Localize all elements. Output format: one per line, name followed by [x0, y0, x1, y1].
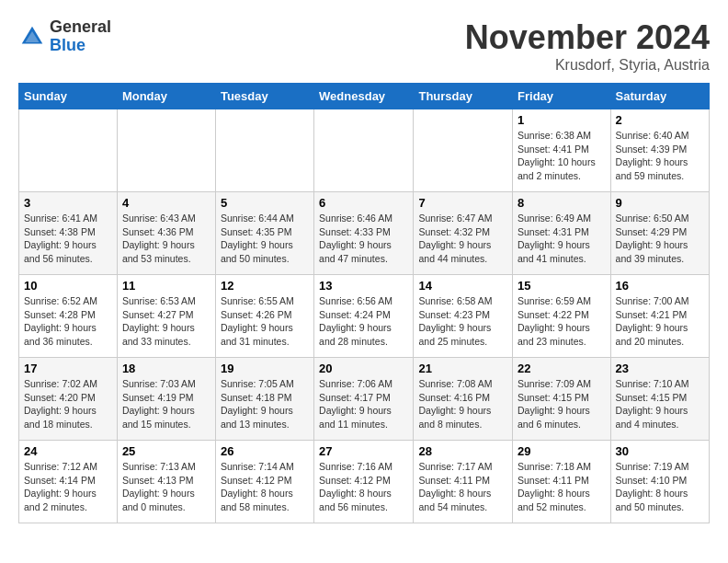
logo-blue-text: Blue: [50, 37, 111, 55]
header-day-sunday: Sunday: [19, 84, 118, 109]
day-number: 26: [221, 444, 309, 458]
day-info: Sunrise: 7:13 AM Sunset: 4:13 PM Dayligh…: [122, 460, 210, 514]
day-info: Sunrise: 6:52 AM Sunset: 4:28 PM Dayligh…: [24, 294, 112, 349]
day-info: Sunrise: 6:40 AM Sunset: 4:39 PM Dayligh…: [616, 129, 704, 183]
day-number: 14: [418, 279, 507, 293]
page-header: General Blue November 2024 Krusdorf, Sty…: [18, 18, 710, 74]
day-number: 21: [418, 362, 507, 375]
header-row: SundayMondayTuesdayWednesdayThursdayFrid…: [19, 84, 710, 109]
calendar-cell: 10Sunrise: 6:52 AM Sunset: 4:28 PM Dayli…: [19, 275, 118, 358]
calendar-cell: 13Sunrise: 6:56 AM Sunset: 4:24 PM Dayli…: [314, 275, 414, 358]
calendar-cell: [314, 109, 414, 192]
day-info: Sunrise: 6:44 AM Sunset: 4:35 PM Dayligh…: [221, 212, 309, 266]
day-info: Sunrise: 6:43 AM Sunset: 4:36 PM Dayligh…: [122, 212, 210, 266]
day-info: Sunrise: 7:18 AM Sunset: 4:11 PM Dayligh…: [518, 460, 606, 514]
calendar-header: SundayMondayTuesdayWednesdayThursdayFrid…: [19, 84, 710, 109]
calendar-cell: 18Sunrise: 7:03 AM Sunset: 4:19 PM Dayli…: [117, 358, 215, 441]
week-row-5: 24Sunrise: 7:12 AM Sunset: 4:14 PM Dayli…: [19, 441, 710, 523]
day-number: 13: [319, 279, 408, 293]
day-number: 9: [616, 196, 704, 210]
day-info: Sunrise: 6:58 AM Sunset: 4:23 PM Dayligh…: [418, 294, 507, 349]
calendar-cell: 6Sunrise: 6:46 AM Sunset: 4:33 PM Daylig…: [314, 192, 414, 275]
day-number: 4: [122, 196, 210, 210]
calendar-cell: 25Sunrise: 7:13 AM Sunset: 4:13 PM Dayli…: [117, 441, 215, 523]
day-number: 1: [518, 113, 606, 127]
calendar-cell: [19, 109, 118, 192]
day-number: 8: [518, 196, 606, 210]
day-info: Sunrise: 7:03 AM Sunset: 4:19 PM Dayligh…: [122, 377, 210, 431]
day-info: Sunrise: 6:53 AM Sunset: 4:27 PM Dayligh…: [122, 294, 210, 349]
calendar-cell: 17Sunrise: 7:02 AM Sunset: 4:20 PM Dayli…: [19, 358, 118, 441]
day-info: Sunrise: 6:59 AM Sunset: 4:22 PM Dayligh…: [518, 294, 606, 349]
week-row-4: 17Sunrise: 7:02 AM Sunset: 4:20 PM Dayli…: [19, 358, 710, 441]
day-info: Sunrise: 7:08 AM Sunset: 4:16 PM Dayligh…: [418, 377, 507, 431]
day-number: 12: [221, 279, 309, 293]
calendar-table: SundayMondayTuesdayWednesdayThursdayFrid…: [18, 83, 710, 523]
calendar-cell: 15Sunrise: 6:59 AM Sunset: 4:22 PM Dayli…: [513, 275, 611, 358]
day-info: Sunrise: 6:46 AM Sunset: 4:33 PM Dayligh…: [319, 212, 408, 266]
day-number: 16: [616, 279, 704, 293]
day-number: 10: [24, 279, 112, 293]
calendar-cell: 20Sunrise: 7:06 AM Sunset: 4:17 PM Dayli…: [314, 358, 414, 441]
day-number: 29: [518, 444, 606, 458]
day-info: Sunrise: 7:00 AM Sunset: 4:21 PM Dayligh…: [616, 294, 704, 349]
calendar-body: 1Sunrise: 6:38 AM Sunset: 4:41 PM Daylig…: [19, 109, 710, 523]
calendar-cell: 26Sunrise: 7:14 AM Sunset: 4:12 PM Dayli…: [215, 441, 313, 523]
calendar-cell: 4Sunrise: 6:43 AM Sunset: 4:36 PM Daylig…: [117, 192, 215, 275]
calendar-cell: 22Sunrise: 7:09 AM Sunset: 4:15 PM Dayli…: [513, 358, 611, 441]
calendar-cell: 21Sunrise: 7:08 AM Sunset: 4:16 PM Dayli…: [414, 358, 513, 441]
calendar-cell: [117, 109, 215, 192]
header-day-thursday: Thursday: [414, 84, 513, 109]
calendar-cell: 1Sunrise: 6:38 AM Sunset: 4:41 PM Daylig…: [513, 109, 611, 192]
calendar-cell: 28Sunrise: 7:17 AM Sunset: 4:11 PM Dayli…: [414, 441, 513, 523]
day-number: 27: [319, 444, 408, 458]
day-number: 30: [616, 444, 704, 458]
calendar-cell: 29Sunrise: 7:18 AM Sunset: 4:11 PM Dayli…: [513, 441, 611, 523]
day-number: 5: [221, 196, 309, 210]
day-info: Sunrise: 6:56 AM Sunset: 4:24 PM Dayligh…: [319, 294, 408, 349]
day-info: Sunrise: 6:38 AM Sunset: 4:41 PM Dayligh…: [518, 129, 606, 183]
calendar-cell: 23Sunrise: 7:10 AM Sunset: 4:15 PM Dayli…: [610, 358, 709, 441]
calendar-cell: 3Sunrise: 6:41 AM Sunset: 4:38 PM Daylig…: [19, 192, 118, 275]
day-number: 11: [122, 279, 210, 293]
day-info: Sunrise: 6:47 AM Sunset: 4:32 PM Dayligh…: [418, 212, 507, 266]
location-subtitle: Krusdorf, Styria, Austria: [465, 57, 710, 74]
day-info: Sunrise: 7:12 AM Sunset: 4:14 PM Dayligh…: [24, 460, 112, 514]
day-number: 2: [616, 113, 704, 127]
day-info: Sunrise: 7:17 AM Sunset: 4:11 PM Dayligh…: [418, 460, 507, 514]
calendar-cell: 8Sunrise: 6:49 AM Sunset: 4:31 PM Daylig…: [513, 192, 611, 275]
calendar-cell: [215, 109, 313, 192]
logo-icon: [18, 23, 46, 51]
day-number: 19: [221, 362, 309, 375]
day-number: 28: [418, 444, 507, 458]
day-number: 24: [24, 444, 112, 458]
day-info: Sunrise: 6:49 AM Sunset: 4:31 PM Dayligh…: [518, 212, 606, 266]
day-number: 25: [122, 444, 210, 458]
day-info: Sunrise: 7:14 AM Sunset: 4:12 PM Dayligh…: [221, 460, 309, 514]
day-number: 7: [418, 196, 507, 210]
day-number: 20: [319, 362, 408, 375]
day-number: 15: [518, 279, 606, 293]
day-info: Sunrise: 7:06 AM Sunset: 4:17 PM Dayligh…: [319, 377, 408, 431]
calendar-cell: 2Sunrise: 6:40 AM Sunset: 4:39 PM Daylig…: [610, 109, 709, 192]
header-day-saturday: Saturday: [610, 84, 709, 109]
header-day-tuesday: Tuesday: [215, 84, 313, 109]
day-info: Sunrise: 6:41 AM Sunset: 4:38 PM Dayligh…: [24, 212, 112, 266]
title-block: November 2024 Krusdorf, Styria, Austria: [465, 18, 710, 74]
day-info: Sunrise: 7:19 AM Sunset: 4:10 PM Dayligh…: [616, 460, 704, 514]
day-number: 23: [616, 362, 704, 375]
month-title: November 2024: [465, 18, 710, 57]
week-row-3: 10Sunrise: 6:52 AM Sunset: 4:28 PM Dayli…: [19, 275, 710, 358]
calendar-cell: 12Sunrise: 6:55 AM Sunset: 4:26 PM Dayli…: [215, 275, 313, 358]
week-row-2: 3Sunrise: 6:41 AM Sunset: 4:38 PM Daylig…: [19, 192, 710, 275]
logo: General Blue: [18, 18, 111, 55]
logo-text: General Blue: [50, 18, 111, 55]
day-info: Sunrise: 7:05 AM Sunset: 4:18 PM Dayligh…: [221, 377, 309, 431]
calendar-cell: 16Sunrise: 7:00 AM Sunset: 4:21 PM Dayli…: [610, 275, 709, 358]
calendar-cell: 5Sunrise: 6:44 AM Sunset: 4:35 PM Daylig…: [215, 192, 313, 275]
week-row-1: 1Sunrise: 6:38 AM Sunset: 4:41 PM Daylig…: [19, 109, 710, 192]
logo-general-text: General: [50, 18, 111, 37]
header-day-monday: Monday: [117, 84, 215, 109]
day-number: 22: [518, 362, 606, 375]
day-number: 6: [319, 196, 408, 210]
